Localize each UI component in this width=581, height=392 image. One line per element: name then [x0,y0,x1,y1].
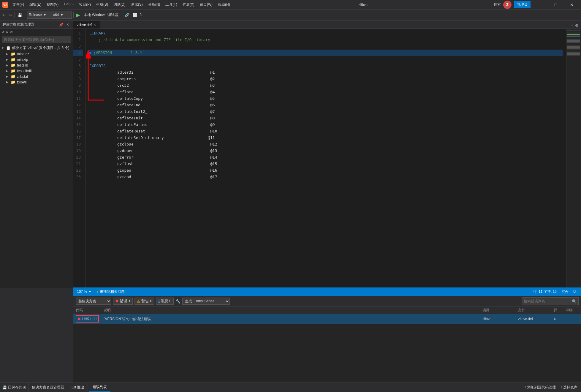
expand-icon: ▶ [6,69,11,72]
menu-test[interactable]: 测试(S) [129,1,145,8]
menu-extensions[interactable]: 扩展(X) [180,1,197,8]
solution-root[interactable]: ▼ 📋 解决方案 'zlibvc' (6 个项目，共 6 个) [0,45,73,51]
filter-icon[interactable]: ⚙ [6,30,9,34]
item-label: minizip [17,58,28,62]
sync-icon[interactable]: ⟳ [2,30,4,34]
editor-area: zlibvc.def ✕ + ⚙ 1 2 3 4 5 6 7 8 9 10 11… [73,20,581,288]
tree-item-zlibstat[interactable]: ▶ 📁 zlibstat [0,74,73,79]
status-indicator: ● 未找到相关问题 [96,289,125,294]
title-bar-left: VS 文件(F) 编辑(E) 视图(V) Git(G) 项目(P) 生成(B) … [2,1,232,8]
tb-run-label[interactable]: 本地 Windows 调试器 [82,11,120,19]
ln-12: 12 [73,102,83,108]
tb-step[interactable]: ⤵ [139,11,143,19]
menu-project[interactable]: 项目(P) [77,1,93,8]
error-filter-select[interactable]: 整解决方案 [76,298,111,305]
tb-sep2 [25,12,25,18]
zoom-control[interactable]: 107 % ▼ [77,290,92,294]
show-all-icon[interactable]: 👁 [10,30,13,34]
mm-line [567,48,580,49]
sidebar-content: ▼ 📋 解决方案 'zlibvc' (6 个项目，共 6 个) ▶ 📁 mini… [0,44,73,288]
sidebar-search-input[interactable] [2,37,71,43]
pin-button[interactable]: 📌 [58,22,64,28]
code-line-6: EXPORTS [89,63,563,69]
tb-undo[interactable]: ↩ [1,11,7,19]
footer-tab-error-list[interactable]: 错误列表 [89,383,110,392]
item-label: testzlibdll [17,69,31,73]
user-avatar[interactable]: Z [503,1,512,9]
info-icon: ℹ [158,299,160,304]
mm-line [567,57,580,57]
filter-toggle-icon[interactable]: 🔧 [175,299,181,304]
error-row-0[interactable]: ✖ LNK1111 "VERSION"语句中的语法错误 zlibvc zlibv… [73,314,581,324]
tree-item-testzlibdll[interactable]: ▶ 📁 testzlibdll [0,68,73,74]
project-icon: 📁 [11,80,16,84]
saved-text: 已保存的项 [8,385,26,390]
search-bar[interactable]: 搜索 [494,2,501,7]
tab-settings-icon[interactable]: ⚙ [575,23,579,28]
mm-line [567,50,580,50]
info-count-label: 消息 0 [161,298,172,304]
error-search-container: 🔍 [522,297,579,305]
menu-tools[interactable]: 工具(T) [163,1,179,8]
editor-container: 1 2 3 4 5 6 7 8 9 10 11 12 13 14 15 16 1… [73,29,581,288]
tb-redo[interactable]: ↪ [7,11,13,19]
platform-dropdown[interactable]: x64 ▼ [51,11,72,19]
item-label: zlibvc [17,80,27,84]
tb-attach[interactable]: 🔗 [124,11,131,19]
footer-right: ↑ 添加到源代码管理 ↑ 选择仓库 [521,385,581,390]
error-list-toolbar: 整解决方案 ✖ 错误 1 ⚠ 警告 0 ℹ 消息 0 🔧 生成 + Intell… [73,296,581,306]
col-project: 项目 [480,306,516,314]
minimize-button[interactable]: ─ [533,0,547,10]
build-config-dropdown[interactable]: Release ▼ [27,11,50,19]
tree-item-miniunz[interactable]: ▶ 📁 miniunz [0,51,73,57]
editor-tab-zlibvc-def[interactable]: zlibvc.def ✕ [73,21,100,29]
tb-save[interactable]: 💾 [16,11,23,19]
error-count-badge[interactable]: ✖ 错误 1 [113,298,133,305]
menu-bar: 文件(F) 编辑(E) 视图(V) Git(G) 项目(P) 生成(B) 调试(… [10,1,232,8]
code-line-12: deflateEnd @6 [89,102,563,108]
tree-item-minizip[interactable]: ▶ 📁 minizip [0,57,73,62]
warning-count-badge[interactable]: ⚠ 警告 0 [134,298,154,305]
menu-git[interactable]: Git(G) [61,1,76,8]
error-search-input[interactable] [522,298,570,305]
tree-item-zlibvc[interactable]: ▶ 📁 zlibvc [0,79,73,85]
error-cell-desc: "VERSION"语句中的语法错误 [101,314,480,324]
sidebar-close[interactable]: ✕ [65,22,71,28]
menu-analyze[interactable]: 分析(N) [146,1,163,8]
mm-line [567,45,580,45]
tb-breakpoints[interactable]: ⬜ [131,11,138,19]
expand-icon: ▶ [6,58,11,61]
menu-help[interactable]: 帮助(H) [216,1,232,8]
line-numbers: 1 2 3 4 5 6 7 8 9 10 11 12 13 14 15 16 1… [73,29,86,288]
tree-item-testzlib[interactable]: ▶ 📁 testzlib [0,62,73,68]
menu-edit[interactable]: 编辑(E) [27,1,44,8]
select-repo-label[interactable]: ↑ 选择仓库 [561,385,577,390]
menu-build[interactable]: 生成(B) [94,1,110,8]
tb-run[interactable]: ▶ [75,11,81,19]
menu-file[interactable]: 文件(F) [10,1,26,8]
build-filter-select[interactable]: 生成 + IntelliSense [182,298,230,305]
menu-debug[interactable]: 调试(D) [111,1,128,8]
error-cell-code: ✖ LNK1111 [73,314,101,324]
info-count-badge[interactable]: ℹ 消息 0 [156,298,174,305]
line-ending: LF [573,289,577,294]
ln-22: 22 [73,167,83,174]
code-line-18: gzclose @12 [89,141,563,148]
error-table: 代码 说明 项目 文件 行 详细... ✖ LNK1111 "V [73,306,581,324]
mm-line [567,51,580,51]
close-button[interactable]: ✕ [565,0,579,10]
manage-button[interactable]: 管理员 [514,1,531,8]
mm-line [567,46,580,47]
add-tab-button[interactable]: + [570,22,574,29]
expand-icon: ▶ [6,52,11,56]
footer-tab-output[interactable]: 输出 [73,383,88,392]
code-line-10: deflate @4 [89,89,563,95]
menu-view[interactable]: 视图(V) [44,1,61,8]
code-line-22: gzopen @16 [89,167,563,174]
tab-close-icon[interactable]: ✕ [94,23,96,27]
code-editor[interactable]: LIBRARY ; zlib data compression and ZIP … [86,29,566,288]
add-to-source-label[interactable]: ↑ 添加到源代码管理 [524,385,555,390]
footer-tab-solution-explorer[interactable]: 解决方案资源管理器 [29,383,68,392]
maximize-button[interactable]: □ [549,0,563,10]
menu-window[interactable]: 窗口(W) [197,1,215,8]
